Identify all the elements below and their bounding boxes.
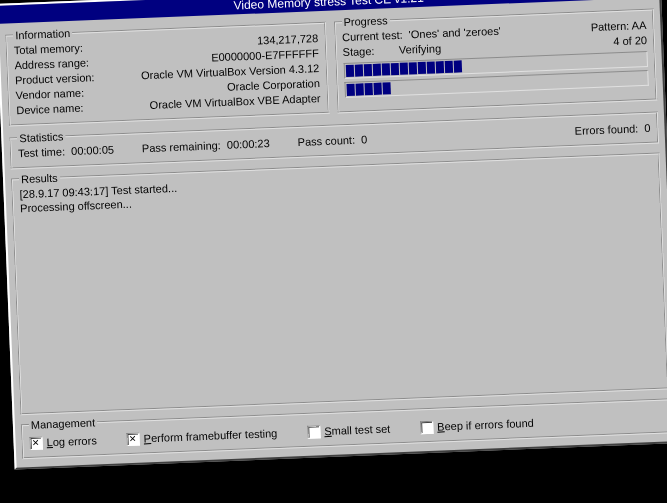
small-test-set-label: Small test set xyxy=(324,421,391,440)
beep-errors-checkbox[interactable]: Beep if errors found xyxy=(420,415,534,436)
app-window: Video Memory stress Test CE v1.21 Inform… xyxy=(0,0,667,470)
pass-count-label: Pass count: xyxy=(297,134,355,148)
progress-group: Progress Current test: 'Ones' and 'zeroe… xyxy=(333,4,657,114)
small-test-set-checkbox[interactable]: Small test set xyxy=(307,421,391,440)
stage-value: Verifying xyxy=(399,42,442,56)
management-legend: Management xyxy=(29,416,98,431)
pass-remaining-label: Pass remaining: xyxy=(142,139,221,154)
stage-label: Stage: Verifying xyxy=(342,41,441,60)
device-name-label: Device name: xyxy=(16,101,84,119)
pass-remaining-value: 00:00:23 xyxy=(227,137,270,151)
perform-framebuffer-checkbox[interactable]: ✕ Perform framebuffer testing xyxy=(126,425,277,447)
results-group: Results [28.9.17 09:43:17] Test started.… xyxy=(11,147,667,415)
information-group: Information Total memory: 134,217,728 Ad… xyxy=(5,17,329,127)
perform-framebuffer-label: Perform framebuffer testing xyxy=(143,425,277,446)
checkbox-icon xyxy=(307,425,321,439)
errors-found-value: 0 xyxy=(644,122,651,134)
statistics-legend: Statistics xyxy=(17,130,65,144)
pass-count-value: 0 xyxy=(361,133,368,145)
log-errors-label: Log errors xyxy=(46,432,97,450)
checkbox-icon: ✕ xyxy=(126,432,140,446)
pattern-value: AA xyxy=(631,19,646,32)
results-legend: Results xyxy=(19,172,60,186)
checkbox-icon xyxy=(420,420,434,434)
errors-found-label: Errors found: xyxy=(574,122,638,137)
current-test-value: 'Ones' and 'zeroes' xyxy=(408,25,501,41)
log-errors-checkbox[interactable]: ✕ Log errors xyxy=(29,432,97,451)
beep-errors-label: Beep if errors found xyxy=(437,415,534,435)
test-time-value: 00:00:05 xyxy=(71,143,114,157)
test-time-label: Test time: xyxy=(18,145,66,159)
progress-count: 4 of 20 xyxy=(613,33,647,49)
checkbox-icon: ✕ xyxy=(29,436,43,450)
information-legend: Information xyxy=(13,27,72,41)
results-log: [28.9.17 09:43:17] Test started... Proce… xyxy=(19,162,653,215)
progress-legend: Progress xyxy=(341,14,389,28)
